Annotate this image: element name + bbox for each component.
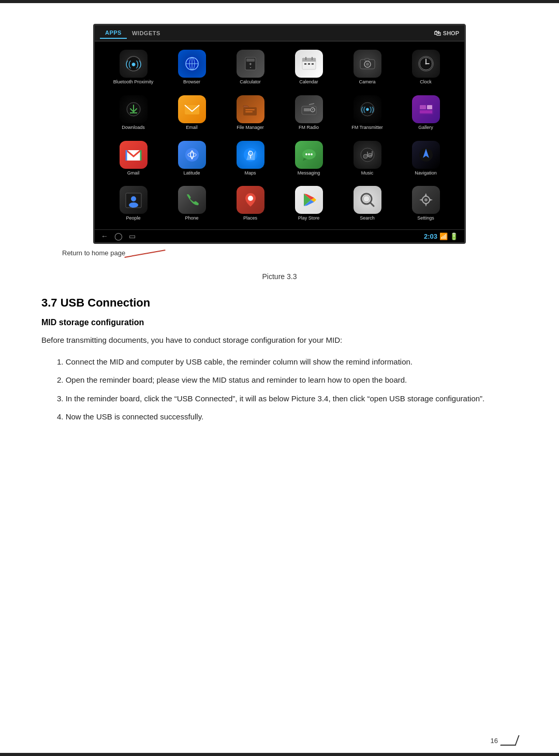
svg-point-75 xyxy=(424,198,428,201)
caption-area: Return to home page xyxy=(62,249,518,257)
step-number-1: 1. xyxy=(57,357,66,366)
app-calendar[interactable]: Calendar xyxy=(281,47,337,88)
app-icon-messaging xyxy=(295,141,323,169)
app-icon-calculator: +- xyxy=(237,50,264,78)
svg-rect-31 xyxy=(245,109,255,110)
recent-button[interactable]: ▭ xyxy=(129,232,136,240)
app-icon-people xyxy=(120,186,148,214)
bottom-border xyxy=(0,753,559,756)
svg-point-65 xyxy=(129,202,138,208)
app-settings[interactable]: Settings xyxy=(398,183,454,224)
app-label-gmail: Gmail xyxy=(127,170,140,176)
shop-icon: 🛍 xyxy=(434,29,441,37)
app-browser[interactable]: Browser xyxy=(164,47,220,88)
app-label-clock: Clock xyxy=(420,79,432,85)
page-content: APPS WIDGETS 🛍 SHOP ((●)) Bluetooth Prox… xyxy=(0,3,559,465)
app-label-people: People xyxy=(126,215,140,221)
svg-rect-21 xyxy=(365,59,369,61)
status-bar: ← ◯ ▭ 2:03 📶 🔋 xyxy=(95,229,464,242)
app-people[interactable]: People xyxy=(105,183,161,224)
status-time: 2:03 📶 🔋 xyxy=(424,232,458,240)
time-display: 2:03 xyxy=(424,232,437,240)
app-latitude[interactable]: Latitude xyxy=(164,138,220,179)
svg-rect-32 xyxy=(245,111,253,112)
app-fmtransmitter[interactable]: ((●)) FM Transmitter xyxy=(339,92,395,134)
app-places[interactable]: Places xyxy=(222,183,278,224)
app-icon-downloads xyxy=(120,95,148,123)
battery-icon: 🔋 xyxy=(450,232,458,240)
app-label-gallery: Gallery xyxy=(418,125,433,130)
svg-point-57 xyxy=(363,154,367,158)
subsection-title: MID storage configuration xyxy=(41,318,518,327)
app-label-latitude: Latitude xyxy=(183,170,200,176)
app-icon-navigation xyxy=(412,141,440,169)
app-label-email: Email xyxy=(186,125,198,130)
svg-rect-41 xyxy=(420,105,426,109)
svg-text:((●)): ((●)) xyxy=(125,60,141,68)
app-label-fmradio: FM Radio xyxy=(299,125,319,130)
svg-text:((●)): ((●)) xyxy=(361,105,374,113)
step-3: 3. In the reminder board, click the “USB… xyxy=(41,392,518,405)
app-label-camera: Camera xyxy=(359,79,375,85)
tab-widgets[interactable]: WIDGETS xyxy=(127,28,166,38)
app-messaging[interactable]: Messaging xyxy=(281,138,337,179)
app-label-playstore: Play Store xyxy=(298,215,320,221)
svg-point-72 xyxy=(363,196,370,202)
app-icon-fmradio xyxy=(295,95,323,123)
app-search[interactable]: Search xyxy=(339,183,395,224)
app-downloads[interactable]: Downloads xyxy=(105,92,161,134)
app-filemanager[interactable]: File Manager xyxy=(222,92,278,134)
app-label-navigation: Navigation xyxy=(415,170,437,176)
app-phone[interactable]: Phone xyxy=(164,183,220,224)
app-icon-music xyxy=(354,141,381,169)
app-icon-maps xyxy=(237,141,264,169)
app-bluetooth[interactable]: ((●)) Bluetooth Proximity xyxy=(105,47,161,88)
step-1: 1. Connect the MID and computer by USB c… xyxy=(41,355,518,369)
app-label-messaging: Messaging xyxy=(298,170,320,176)
app-calculator[interactable]: +- Calculator xyxy=(222,47,278,88)
app-label-filemanager: File Manager xyxy=(237,125,264,130)
back-button[interactable]: ← xyxy=(101,232,108,240)
tab-apps[interactable]: APPS xyxy=(100,27,127,39)
svg-line-73 xyxy=(370,202,374,206)
app-icon-fmtransmitter: ((●)) xyxy=(354,95,381,123)
nav-buttons: ← ◯ ▭ xyxy=(101,232,136,240)
app-label-places: Places xyxy=(243,215,257,221)
app-icon-playstore xyxy=(295,186,323,214)
app-label-browser: Browser xyxy=(183,79,200,85)
app-clock[interactable]: Clock xyxy=(398,47,454,88)
app-fmradio[interactable]: FM Radio xyxy=(281,92,337,134)
app-icon-email xyxy=(178,95,206,123)
section-title: 3.7 USB Connection xyxy=(41,296,518,310)
app-music[interactable]: Music xyxy=(339,138,395,179)
app-camera[interactable]: Camera xyxy=(339,47,395,88)
app-label-music: Music xyxy=(361,170,374,176)
app-icon-phone xyxy=(178,186,206,214)
app-maps[interactable]: Maps xyxy=(222,138,278,179)
app-icon-settings xyxy=(412,186,440,214)
app-label-calendar: Calendar xyxy=(299,79,318,85)
home-button[interactable]: ◯ xyxy=(114,232,123,240)
app-label-maps: Maps xyxy=(244,170,256,176)
page-corner xyxy=(500,735,519,746)
app-gallery[interactable]: Gallery xyxy=(398,92,454,134)
app-email[interactable]: Email xyxy=(164,92,220,134)
app-navigation[interactable]: Navigation xyxy=(398,138,454,179)
return-line xyxy=(124,250,165,258)
app-gmail[interactable]: Gmail xyxy=(105,138,161,179)
svg-point-66 xyxy=(248,196,253,201)
page-number-area: 16 xyxy=(491,735,518,746)
svg-point-20 xyxy=(366,63,369,66)
app-icon-gallery xyxy=(412,95,440,123)
step-4: 4. Now the USB is connected successfully… xyxy=(41,410,518,424)
svg-point-53 xyxy=(305,153,307,155)
app-icon-filemanager xyxy=(237,95,264,123)
shop-button[interactable]: 🛍 SHOP xyxy=(434,29,459,37)
intro-text: Before transmitting documents, you have … xyxy=(41,333,518,347)
app-label-calculator: Calculator xyxy=(240,79,261,85)
app-label-search: Search xyxy=(360,215,375,221)
app-label-settings: Settings xyxy=(417,215,434,221)
wifi-icon: 📶 xyxy=(439,232,448,240)
app-playstore[interactable]: Play Store xyxy=(281,183,337,224)
page-number: 16 xyxy=(491,737,498,745)
